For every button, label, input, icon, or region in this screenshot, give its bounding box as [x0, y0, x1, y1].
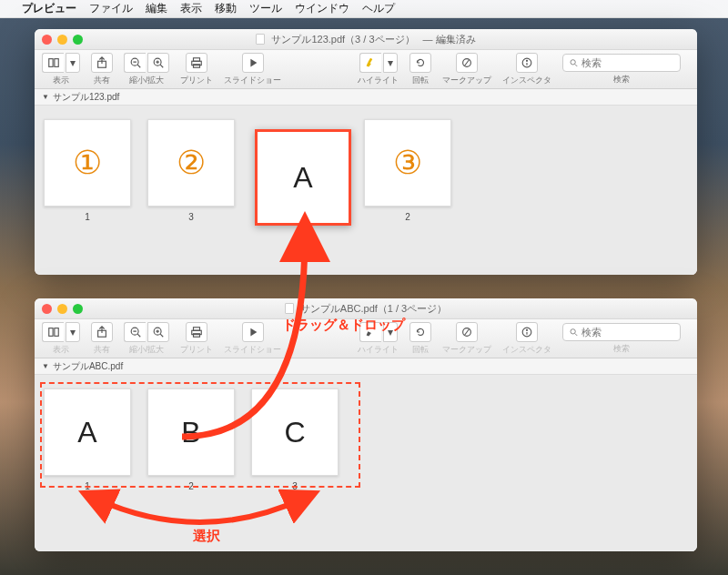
page-thumbnail[interactable]: B2: [147, 388, 235, 491]
menu-file[interactable]: ファイル: [89, 1, 133, 16]
page-number: 2: [405, 212, 410, 222]
page-thumbnail[interactable]: ③2: [364, 119, 451, 222]
zoom-in-button[interactable]: [147, 53, 169, 73]
close-button[interactable]: [42, 304, 52, 314]
pathname: サンプルABC.pdf: [53, 360, 123, 373]
window-title: サンプル123.pdf（3 / 3ページ） — 編集済み: [35, 33, 697, 46]
view-button[interactable]: [42, 53, 64, 73]
search-box[interactable]: [562, 323, 681, 341]
zoom-label: 縮小/拡大: [129, 344, 165, 356]
window-title: サンプルABC.pdf（1 / 3ページ）: [35, 302, 697, 316]
slideshow-label: スライドショー: [224, 75, 281, 86]
page-thumbnail[interactable]: ①1: [44, 119, 131, 222]
dragged-page[interactable]: A: [255, 129, 351, 226]
disclosure-triangle-icon[interactable]: ▼: [42, 93, 49, 101]
search-label: 検索: [613, 74, 630, 86]
minimize-button[interactable]: [57, 35, 67, 45]
page-thumbnail[interactable]: A1: [44, 388, 131, 491]
menu-tools[interactable]: ツール: [249, 1, 282, 16]
maximize-button[interactable]: [73, 304, 83, 314]
dragged-page-content: A: [293, 161, 312, 195]
page-content: ③: [393, 144, 422, 182]
menu-app[interactable]: プレビュー: [22, 1, 76, 16]
menu-edit[interactable]: 編集: [146, 1, 167, 16]
disclosure-triangle-icon[interactable]: ▼: [42, 362, 49, 370]
search-input[interactable]: [581, 327, 674, 338]
svg-marker-8: [250, 58, 257, 66]
edited-text: — 編集済み: [423, 34, 476, 45]
zoom-label: 縮小/拡大: [129, 75, 165, 86]
page-content: C: [284, 416, 305, 449]
page-thumbnail[interactable]: ②3: [147, 119, 235, 222]
page-thumbnail[interactable]: C3: [251, 388, 339, 491]
highlight-dropdown[interactable]: ▾: [383, 53, 398, 73]
view-dropdown[interactable]: ▾: [66, 322, 80, 342]
title-text: サンプル123.pdf（3 / 3ページ）: [271, 34, 414, 45]
highlight-button[interactable]: [359, 53, 381, 73]
traffic-lights: [42, 35, 83, 45]
markup-button[interactable]: [456, 322, 478, 342]
svg-point-13: [571, 59, 575, 64]
title-text: サンプルABC.pdf（1 / 3ページ）: [300, 303, 447, 314]
share-button[interactable]: [91, 53, 113, 73]
inspector-button[interactable]: [516, 53, 538, 73]
svg-rect-14: [48, 328, 52, 336]
zoom-out-button[interactable]: [124, 53, 146, 73]
share-button[interactable]: [91, 322, 113, 342]
inspector-button[interactable]: [516, 322, 538, 342]
maximize-button[interactable]: [73, 35, 83, 45]
view-dropdown[interactable]: ▾: [66, 53, 80, 73]
menu-go[interactable]: 移動: [215, 1, 237, 16]
view-button[interactable]: [42, 322, 64, 342]
pathname: サンプル123.pdf: [53, 91, 119, 104]
highlight-dropdown[interactable]: ▾: [383, 322, 398, 342]
print-button[interactable]: [186, 322, 207, 342]
minimize-button[interactable]: [57, 304, 67, 314]
slideshow-button[interactable]: [242, 53, 264, 73]
menu-window[interactable]: ウインドウ: [295, 1, 349, 16]
file-icon: [285, 303, 294, 314]
svg-point-25: [526, 329, 527, 330]
page-number: 1: [85, 212, 90, 222]
slideshow-button[interactable]: [242, 322, 264, 342]
inspector-label: インスペクタ: [502, 344, 551, 356]
rotate-button[interactable]: [410, 53, 431, 73]
highlight-button[interactable]: [359, 322, 381, 342]
pathbar: ▼サンプル123.pdf: [35, 89, 697, 106]
search-input[interactable]: [581, 57, 674, 68]
svg-rect-7: [194, 64, 200, 67]
svg-rect-0: [48, 58, 52, 66]
rotate-button[interactable]: [410, 322, 431, 342]
svg-point-12: [526, 60, 527, 61]
svg-rect-1: [54, 58, 57, 66]
search-box[interactable]: [562, 54, 681, 72]
toolbar: ▾表示 共有 縮小/拡大 プリント スライドショー ▾ハイライト 回転 マークア…: [35, 318, 697, 358]
titlebar[interactable]: サンプル123.pdf（3 / 3ページ） — 編集済み: [35, 29, 697, 49]
search-icon: [569, 57, 579, 68]
window-sampleabc: サンプルABC.pdf（1 / 3ページ） ▾表示 共有 縮小/拡大 プリント …: [35, 298, 697, 551]
page-content: B: [181, 416, 200, 449]
close-button[interactable]: [42, 35, 52, 45]
svg-rect-21: [194, 333, 200, 337]
zoom-out-button[interactable]: [124, 322, 146, 342]
page-content: ①: [73, 144, 102, 182]
print-button[interactable]: [186, 53, 207, 73]
traffic-lights: [42, 304, 83, 314]
markup-button[interactable]: [456, 53, 478, 73]
menu-help[interactable]: ヘルプ: [362, 1, 395, 16]
slideshow-label: スライドショー: [224, 344, 281, 356]
share-label: 共有: [94, 344, 110, 356]
page-number: 2: [188, 481, 194, 491]
share-label: 共有: [94, 75, 110, 86]
markup-label: マークアップ: [442, 344, 491, 356]
markup-label: マークアップ: [442, 75, 491, 86]
titlebar[interactable]: サンプルABC.pdf（1 / 3ページ）: [35, 298, 697, 318]
view-label: 表示: [53, 75, 69, 86]
pathbar: ▼サンプルABC.pdf: [35, 358, 697, 375]
rotate-label: 回転: [412, 75, 429, 86]
page-number: 3: [292, 481, 298, 491]
menu-view[interactable]: 表示: [180, 1, 202, 16]
inspector-label: インスペクタ: [502, 75, 551, 86]
thumbnail-area: A1 B2 C3: [35, 375, 697, 551]
zoom-in-button[interactable]: [147, 322, 169, 342]
